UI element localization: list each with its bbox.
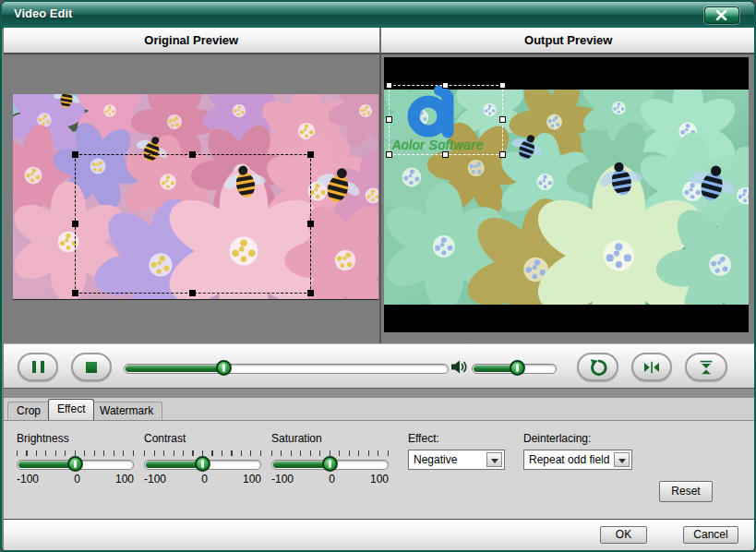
watermark-logo-icon [401,86,476,139]
preview-area: Aolor Software [4,54,756,343]
speaker-icon[interactable] [450,359,467,375]
close-button[interactable] [704,6,739,24]
original-preview-header: Original Preview [4,28,381,54]
watermark-handle-ne[interactable] [499,82,506,89]
cancel-button[interactable]: Cancel [683,526,738,544]
crop-handle-ne[interactable] [307,151,314,158]
watermark-handle-sw[interactable] [386,151,392,158]
contrast-thumb[interactable] [195,456,210,472]
contrast-scale: -100 0 100 [144,473,261,486]
pause-icon [32,361,44,373]
effect-dropdown[interactable]: Negative [408,450,505,470]
flip-horizontal-button[interactable] [631,353,672,381]
volume-thumb[interactable] [510,360,525,376]
flip-horizontal-icon [642,360,661,375]
deinterlacing-dropdown-value: Repeat odd field [529,453,609,466]
deinterlacing-dropdown-label: Deinterlacing: [523,432,591,445]
effect-panel: Brightness -100 0 100 Contrast -100 0 10… [4,420,756,519]
ok-button[interactable]: OK [600,526,647,544]
transport-bar [4,343,756,390]
crop-handle-n[interactable] [189,151,196,158]
crop-handle-nw[interactable] [72,151,78,158]
crop-handle-se[interactable] [307,290,314,296]
tab-watermark[interactable]: Watermark [90,402,162,420]
watermark-text: Aolor Software [392,138,501,152]
original-video-frame [13,94,378,299]
crop-handle-s[interactable] [189,290,196,296]
output-letterbox: Aolor Software [384,57,749,332]
output-preview-header: Output Preview [381,28,756,54]
effect-dropdown-label: Effect: [408,432,439,445]
crop-handle-w[interactable] [72,221,78,227]
seek-thumb[interactable] [216,360,232,376]
seek-fill [126,366,225,372]
watermark-handle-e[interactable] [499,116,506,123]
stop-icon [86,362,97,373]
brightness-label: Brightness [17,432,69,445]
crop-handle-e[interactable] [307,221,314,227]
pause-button[interactable] [18,353,58,381]
brightness-thumb[interactable] [67,456,83,472]
flip-vertical-button[interactable] [685,353,727,381]
deinterlacing-dropdown-arrow[interactable] [614,452,630,467]
brightness-scale: -100 0 100 [17,473,134,486]
contrast-label: Contrast [144,432,186,445]
original-preview-pane [4,54,381,343]
saturation-label: Saturation [271,432,322,445]
crop-selection[interactable] [75,154,311,294]
watermark-handle-n[interactable] [442,82,449,89]
watermark-selection[interactable]: Aolor Software [389,85,503,155]
rotate-counterclockwise-icon [589,358,607,377]
tab-effect[interactable]: Effect [48,399,94,420]
preview-headers: Original Preview Output Preview [4,28,756,54]
saturation-scale: -100 0 100 [271,473,389,486]
crop-handle-sw[interactable] [72,290,78,296]
tab-crop[interactable]: Crop [7,402,50,420]
reset-button[interactable]: Reset [659,481,713,502]
title-bar: Video Edit [2,2,754,29]
watermark-handle-nw[interactable] [386,82,392,89]
window-title: Video Edit [14,6,72,20]
x-icon [715,10,727,20]
deinterlacing-dropdown[interactable]: Repeat odd field [523,450,632,470]
watermark-handle-s[interactable] [442,151,449,158]
video-edit-dialog: Video Edit Original Preview Output Previ… [0,0,756,552]
rotate-counterclockwise-button[interactable] [577,353,618,381]
saturation-thumb[interactable] [322,456,338,472]
watermark-handle-se[interactable] [499,151,506,158]
effect-dropdown-arrow[interactable] [486,452,502,467]
flip-vertical-icon [698,359,714,376]
watermark-handle-w[interactable] [386,116,392,123]
seek-slider[interactable] [124,364,449,374]
stop-button[interactable] [71,353,112,381]
tab-strip: Crop Effect Watermark [4,398,756,420]
output-preview-pane: Aolor Software [381,54,756,343]
effect-dropdown-value: Negative [414,453,457,466]
footer-bar: OK Cancel [4,519,756,552]
